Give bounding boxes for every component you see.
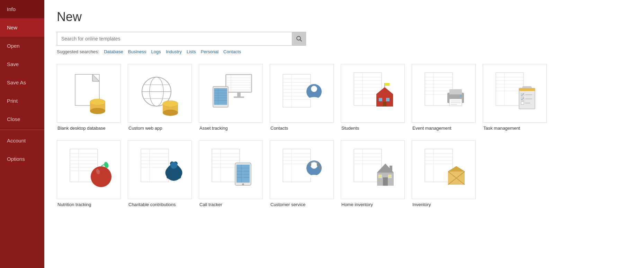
svg-rect-65: [383, 102, 386, 107]
task-management-icon: [491, 69, 539, 118]
template-charitable-contributions[interactable]: Charitable contributions: [128, 140, 195, 207]
svg-rect-98: [521, 102, 524, 104]
svg-rect-39: [283, 74, 311, 107]
svg-rect-143: [309, 163, 311, 166]
svg-point-9: [90, 108, 105, 114]
template-thumb-contacts: [270, 64, 334, 123]
template-custom-web-app[interactable]: Custom web app: [128, 64, 195, 131]
svg-rect-64: [386, 98, 390, 101]
svg-rect-146: [319, 167, 321, 169]
svg-rect-155: [383, 177, 388, 186]
template-label-webdb: Custom web app: [128, 126, 195, 131]
inventory-icon: [420, 146, 468, 194]
blank-desktop-icon: [65, 69, 113, 118]
template-thumb-task: [483, 64, 547, 123]
template-task-management[interactable]: Task management: [483, 64, 550, 131]
template-call-tracker[interactable]: Call tracker: [199, 140, 266, 207]
template-thumb-home: [341, 140, 405, 199]
template-thumb-webdb: [128, 64, 192, 123]
template-event-management[interactable]: Event management: [412, 64, 479, 131]
template-thumb-charity: [128, 140, 192, 199]
svg-point-49: [311, 86, 317, 92]
suggested-lists[interactable]: Lists: [187, 49, 196, 54]
template-label-call: Call tracker: [199, 202, 266, 207]
sidebar-item-info[interactable]: Info: [0, 0, 44, 18]
sidebar: Info New Open Save Save As Print Close A…: [0, 0, 44, 268]
event-management-icon: [420, 69, 468, 118]
template-customer-service[interactable]: Customer service: [270, 140, 337, 207]
suggested-contacts[interactable]: Contacts: [223, 49, 241, 54]
svg-rect-158: [390, 166, 392, 171]
page-title: New: [57, 10, 632, 24]
svg-rect-77: [451, 101, 460, 101]
svg-rect-62: [385, 83, 390, 86]
suggested-personal[interactable]: Personal: [201, 49, 218, 54]
sidebar-item-new[interactable]: New: [0, 18, 44, 37]
template-thumb-blank: [57, 64, 121, 123]
template-thumb-asset: [199, 64, 263, 123]
template-label-task: Task management: [483, 126, 550, 131]
students-icon: [349, 69, 397, 118]
template-label-students: Students: [341, 126, 408, 131]
charitable-contributions-icon: [136, 146, 184, 194]
svg-rect-63: [379, 98, 382, 101]
suggested-logs[interactable]: Logs: [151, 49, 161, 54]
template-asset-tracking[interactable]: Asset tracking: [199, 64, 266, 131]
nutrition-tracking-icon: [65, 146, 113, 194]
suggested-business[interactable]: Business: [128, 49, 146, 54]
svg-rect-100: [519, 88, 535, 91]
svg-point-19: [163, 101, 178, 107]
template-thumb-event: [412, 64, 476, 123]
svg-point-119: [170, 162, 177, 169]
template-thumb-call: [199, 140, 263, 199]
template-label-event: Event management: [412, 126, 479, 131]
sidebar-item-options[interactable]: Options: [0, 150, 44, 168]
sidebar-item-open[interactable]: Open: [0, 37, 44, 55]
template-label-blank: Blank desktop database: [57, 126, 124, 131]
asset-tracking-icon: [207, 69, 255, 118]
svg-rect-159: [379, 175, 382, 178]
template-thumb-inventory: [412, 140, 476, 199]
template-nutrition-tracking[interactable]: Nutrition tracking: [57, 140, 124, 207]
template-label-asset: Asset tracking: [199, 126, 266, 131]
suggested-searches: Suggested searches: Database Business Lo…: [57, 49, 632, 54]
template-thumb-students: [341, 64, 405, 123]
svg-rect-112: [141, 149, 169, 182]
svg-point-109: [91, 166, 111, 187]
template-inventory[interactable]: Inventory: [412, 140, 479, 207]
svg-rect-79: [451, 104, 457, 105]
template-students[interactable]: Students: [341, 64, 408, 131]
call-tracker-icon: [207, 146, 255, 194]
template-home-inventory[interactable]: Home inventory: [341, 140, 408, 207]
home-inventory-icon: [349, 146, 397, 194]
svg-rect-135: [283, 149, 311, 182]
template-thumb-nutrition: [57, 140, 121, 199]
sidebar-item-close[interactable]: Close: [0, 110, 44, 128]
sidebar-item-save[interactable]: Save: [0, 55, 44, 73]
template-label-home: Home inventory: [341, 202, 408, 207]
template-thumb-customer: [270, 140, 334, 199]
search-button[interactable]: [292, 32, 306, 46]
sidebar-item-print[interactable]: Print: [0, 92, 44, 110]
sidebar-item-save-as[interactable]: Save As: [0, 73, 44, 92]
template-blank-desktop[interactable]: Blank desktop database: [57, 64, 124, 131]
search-icon: [296, 36, 302, 42]
sidebar-item-account[interactable]: Account: [0, 131, 44, 150]
customer-service-icon: [278, 146, 326, 194]
template-contacts[interactable]: Contacts: [270, 64, 337, 131]
svg-rect-78: [451, 102, 460, 103]
svg-point-18: [163, 110, 178, 116]
suggested-database[interactable]: Database: [104, 49, 123, 54]
suggested-industry[interactable]: Industry: [166, 49, 182, 54]
svg-point-129: [242, 183, 244, 185]
svg-rect-75: [449, 89, 462, 94]
svg-line-1: [300, 40, 302, 41]
contacts-icon: [278, 69, 326, 118]
template-label-customer: Customer service: [270, 202, 337, 207]
template-grid-row2: Nutrition tracking: [57, 140, 632, 217]
search-container: [57, 32, 632, 46]
svg-rect-30: [234, 96, 244, 98]
svg-point-0: [297, 36, 301, 40]
custom-web-app-icon: [136, 69, 184, 118]
search-input[interactable]: [57, 32, 292, 46]
